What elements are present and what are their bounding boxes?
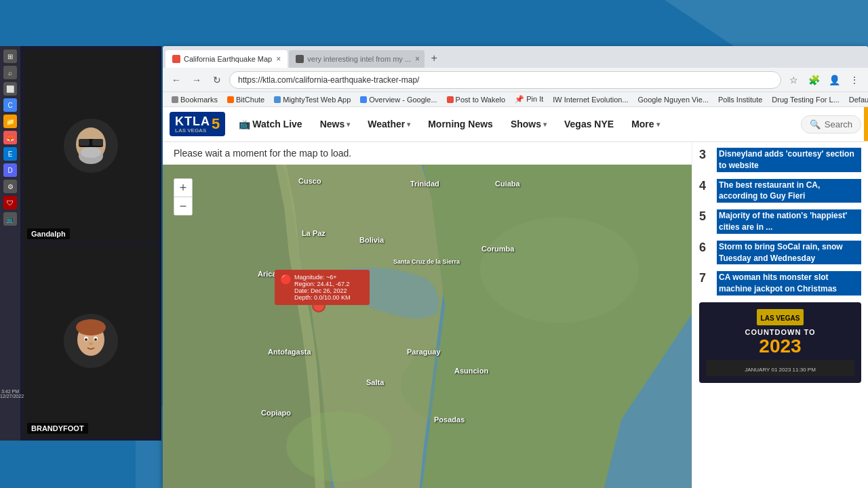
map-loading-text: Please wait a moment for the map to load… [163, 142, 692, 165]
popup-content: 🔴 Magnitude: ~6+ Region: 24.41, -67.2 Da… [280, 274, 364, 301]
news-item-6: 6 Storm to bring SoCal rain, snow Tuesda… [699, 241, 861, 265]
zoom-out-button[interactable]: − [174, 197, 192, 215]
search-box[interactable]: 🔍 Search [801, 115, 861, 134]
news-headline-7[interactable]: CA woman hits monster slot machine jackp… [717, 271, 861, 296]
folder-icon[interactable]: 📁 [3, 115, 17, 128]
new-tab-button[interactable]: + [426, 50, 442, 66]
news-number-4: 4 [699, 179, 711, 193]
svg-rect-4 [92, 139, 103, 146]
bookmark-nguyen[interactable]: Google Nguyen Vie... [635, 96, 712, 104]
nav-vegas-nye[interactable]: Vegas NYE [556, 115, 622, 134]
weather-chevron: ▾ [407, 121, 410, 128]
news-item-3: 3 Disneyland adds 'courtesy' section to … [699, 148, 861, 172]
bookmark-button[interactable]: ☆ [785, 72, 802, 88]
popup-line1: Magnitude: ~6+ [294, 274, 351, 281]
svg-point-14 [94, 338, 97, 341]
bookmark-pin[interactable]: 📌 Pin It [511, 95, 547, 104]
logo-text: KTLA [175, 115, 210, 129]
news-headline-3[interactable]: Disneyland adds 'courtesy' section to we… [717, 148, 861, 172]
nav-weather[interactable]: Weather ▾ [359, 115, 418, 134]
ad-date-text: JANUARY 01 2023 11:30 PM [745, 367, 816, 373]
popup-line4: Depth: 0.0/10.00 KM [294, 294, 351, 301]
popup-line2: Region: 24.41, -67.2 [294, 281, 351, 287]
svg-point-10 [76, 319, 106, 336]
news-number-6: 6 [699, 241, 711, 255]
bookmark-polls[interactable]: Polls Institute [715, 96, 766, 104]
nav-items: 📺 Watch Live News ▾ Weather ▾ Morning Ne… [231, 115, 801, 134]
nav-news[interactable]: News ▾ [312, 115, 359, 134]
google-icon [360, 96, 367, 103]
tab-active[interactable]: California Earthquake Map × [165, 50, 288, 68]
app-icon[interactable]: 📺 [3, 212, 17, 226]
main-content: Please wait a moment for the map to load… [163, 142, 868, 488]
news-headline-6[interactable]: Storm to bring SoCal rain, snow Tuesday … [717, 241, 861, 265]
profile-button[interactable]: 👤 [826, 72, 842, 88]
task-view-icon[interactable]: ⬜ [3, 82, 17, 96]
news-number-5: 5 [699, 209, 711, 224]
tab-inactive[interactable]: very interesting intel from my ... × [289, 50, 425, 68]
watch-live-icon: 📺 [239, 119, 250, 129]
bookmarks-bar: Bookmarks BitChute MightyTest Web App Ov… [163, 92, 868, 107]
edge-icon[interactable]: E [3, 147, 17, 161]
news-number-3: 3 [699, 148, 711, 162]
tab-close-2[interactable]: × [415, 54, 420, 64]
ad-countdown-text: COUNTDOWN TO 2023 [706, 328, 854, 357]
bookmark-gateway[interactable]: Default gateway L... [846, 96, 868, 104]
logo-5: 5 [212, 115, 220, 133]
popup-text: Magnitude: ~6+ Region: 24.41, -67.2 Date… [294, 274, 351, 301]
extensions-button[interactable]: 🧩 [806, 72, 822, 88]
search-label: Search [825, 119, 852, 129]
svg-point-19 [480, 218, 639, 323]
news-item-4: 4 The best restaurant in CA, according t… [699, 179, 861, 203]
map-container[interactable]: Bolivia Paraguay Cusco La Paz Trinidad C… [163, 165, 692, 488]
ad-content: LAS VEGAS COUNTDOWN TO 2023 JANUARY 01 2… [699, 302, 861, 383]
earthquake-popup[interactable]: 🔴 Magnitude: ~6+ Region: 24.41, -67.2 Da… [275, 270, 370, 305]
nav-watch-live[interactable]: 📺 Watch Live [231, 115, 310, 134]
participant-gandalph: Gandalph [24, 49, 158, 243]
ad-city-text: LAS VEGAS [761, 314, 800, 322]
taskbar-time: 3:42 PM 12/27/2022 [0, 389, 20, 399]
search-taskbar-icon[interactable]: ⌕ [3, 66, 17, 79]
bookmark-wakelo[interactable]: Post to Wakelo [443, 96, 509, 104]
mightytest-icon [274, 96, 281, 103]
news-headline-5[interactable]: Majority of the nation's 'happiest' citi… [717, 209, 861, 234]
svg-point-18 [401, 341, 542, 429]
nav-shows[interactable]: Shows ▾ [502, 115, 555, 134]
tab-bar: California Earthquake Map × very interes… [163, 46, 868, 68]
browser-window: California Earthquake Map × very interes… [163, 46, 868, 488]
bookmark-google[interactable]: Overview - Google... [357, 96, 440, 104]
settings-icon[interactable]: ⚙ [3, 180, 17, 193]
map-svg [163, 165, 692, 488]
zoom-in-button[interactable]: + [174, 179, 192, 197]
address-bar[interactable]: https://ktla.com/california-earthquake-t… [229, 71, 781, 89]
news-headline-4[interactable]: The best restaurant in CA, according to … [717, 179, 861, 203]
discord-icon[interactable]: D [3, 163, 17, 177]
forward-button[interactable]: → [189, 72, 205, 88]
svg-point-7 [81, 147, 101, 158]
bitchute-icon [227, 96, 234, 103]
tab-favicon-1 [172, 55, 180, 63]
ktla-logo[interactable]: KTLA LAS VEGAS 5 [170, 112, 225, 136]
las-vegas-ad-banner[interactable]: LAS VEGAS COUNTDOWN TO 2023 JANUARY 01 2… [699, 302, 861, 383]
menu-button[interactable]: ⋮ [846, 72, 863, 88]
more-chevron: ▾ [656, 121, 660, 128]
windows-taskbar: ⊞ ⌕ ⬜ C 📁 🦊 E D ⚙ 🛡 📺 3:42 PM 12/27/2022 [0, 46, 20, 441]
windows-start-icon[interactable]: ⊞ [3, 49, 17, 63]
firefox-icon[interactable]: 🦊 [3, 131, 17, 144]
bookmark-drug[interactable]: Drug Testing For L... [768, 96, 842, 104]
news-chevron: ▾ [347, 121, 350, 128]
svg-point-17 [286, 411, 392, 482]
security-icon[interactable]: 🛡 [3, 196, 17, 209]
bookmark-mightytest[interactable]: MightyTest Web App [271, 96, 354, 104]
nav-morning-news[interactable]: Morning News [420, 115, 501, 134]
tab-close-1[interactable]: × [276, 54, 281, 64]
bookmark-bookmarks[interactable]: Bookmarks [168, 96, 221, 104]
bookmark-iw[interactable]: IW Internet Evolution... [549, 96, 631, 104]
back-button[interactable]: ← [168, 72, 184, 88]
news-sidebar: 3 Disneyland adds 'courtesy' section to … [692, 142, 868, 488]
nav-more[interactable]: More ▾ [623, 115, 667, 134]
refresh-button[interactable]: ↻ [209, 72, 225, 88]
ad-top-label: LAS VEGAS [757, 309, 804, 325]
chrome-icon[interactable]: C [3, 98, 17, 112]
bookmark-bitchute[interactable]: BitChute [224, 96, 268, 104]
